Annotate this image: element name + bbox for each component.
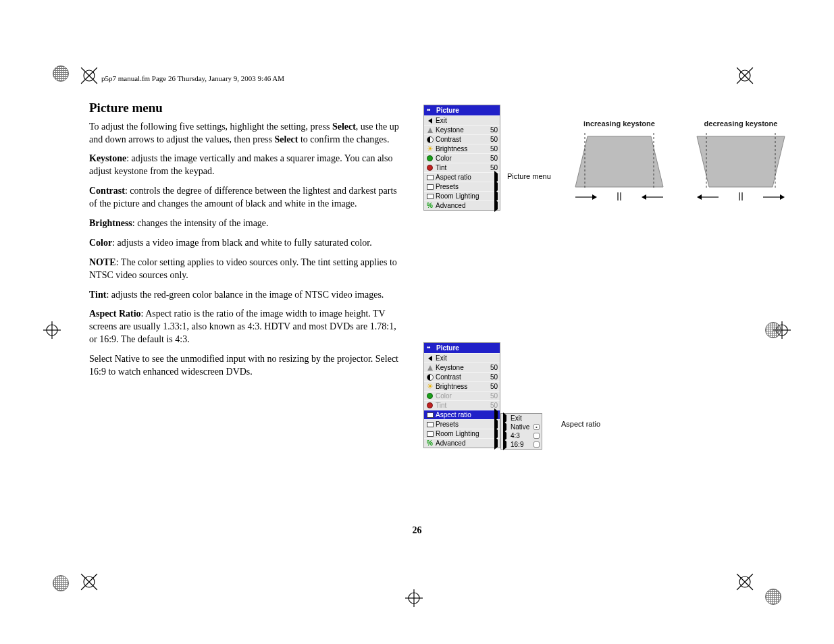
osd-menu-item[interactable]: ☀Brightness50 [424, 381, 500, 391]
submenu-label: Exit [511, 414, 540, 422]
radio-icon [533, 433, 540, 439]
svg-marker-15 [780, 194, 785, 200]
back-arrow-icon [426, 354, 434, 362]
osd-item-label: Advanced [436, 439, 484, 447]
submenu-label: 4:3 [511, 432, 531, 439]
osd-item-value: 50 [486, 126, 498, 134]
svg-marker-13 [697, 194, 702, 200]
picture-menu-osd: Picture ExitKeystone50Contrast50☀Brightn… [423, 105, 500, 211]
submenu-icon [426, 173, 434, 181]
osd-item-label: Keystone [436, 126, 484, 134]
submenu-icon [426, 430, 434, 437]
advanced-icon: % [426, 439, 434, 447]
osd-item-value: 50 [486, 136, 498, 143]
submenu-item[interactable]: 16:9 [501, 440, 542, 449]
submenu-icon [426, 192, 434, 200]
registration-mark-icon [43, 321, 61, 339]
chevron-right-icon [494, 199, 498, 212]
keystone-icon [426, 126, 434, 134]
osd-menu-item[interactable]: Contrast50 [424, 134, 500, 144]
osd-item-value: 50 [486, 373, 498, 381]
submenu-label: Native [511, 423, 531, 431]
binding-hole-icon [53, 575, 69, 591]
tint-icon [426, 402, 434, 409]
osd-item-label: Room Lighting [436, 192, 484, 200]
osd-item-value: 50 [486, 145, 498, 153]
osd-menu-item[interactable]: Keystone50 [424, 125, 500, 134]
osd-menu-item[interactable]: ☀Brightness50 [424, 144, 500, 153]
osd-item-value [486, 439, 498, 447]
osd-item-value: 50 [486, 155, 498, 162]
intro-paragraph: To adjust the following five settings, h… [89, 121, 403, 146]
osd-item-label: Aspect ratio [436, 411, 484, 419]
osd-menu-item[interactable]: Presets [424, 182, 500, 191]
submenu-item[interactable]: Native [501, 423, 542, 431]
back-arrow-icon [426, 117, 434, 124]
radio-icon [533, 424, 540, 430]
decreasing-keystone-figure: decreasing keystone [690, 119, 791, 206]
osd-menu-item[interactable]: Presets [424, 419, 500, 429]
binding-hole-icon [765, 589, 781, 605]
aspect-ratio-submenu: ExitNative4:316:9 [500, 413, 542, 450]
svg-marker-6 [642, 194, 646, 200]
osd-title: Picture [424, 105, 500, 115]
increasing-keystone-figure: increasing keystone [569, 119, 670, 206]
svg-marker-4 [592, 194, 597, 200]
osd-menu-item[interactable]: Room Lighting [424, 191, 500, 200]
contrast-icon [426, 136, 434, 143]
submenu-icon [426, 421, 434, 428]
osd-item-value: 50 [486, 392, 498, 400]
osd-item-value: 50 [486, 364, 498, 371]
osd-menu-item[interactable]: %Advanced [424, 438, 500, 448]
osd-menu-item[interactable]: Room Lighting [424, 429, 500, 438]
osd-menu-item[interactable]: Tint50 [424, 163, 500, 172]
osd-item-label: Color [436, 155, 484, 162]
aspect-ratio-caption: Aspect ratio [561, 420, 600, 428]
osd-menu-item[interactable]: Color50 [424, 391, 500, 400]
brightness-icon: ☀ [426, 145, 434, 153]
osd-menu-item[interactable]: Tint50 [424, 400, 500, 410]
svg-marker-0 [575, 136, 663, 187]
body-text-column: Picture menu To adjust the following fiv… [89, 99, 403, 385]
page-number: 26 [41, 525, 793, 536]
submenu-label: 16:9 [511, 441, 531, 448]
submenu-icon [426, 183, 434, 190]
svg-marker-9 [697, 136, 785, 187]
osd-menu-item[interactable]: %Advanced [424, 200, 500, 210]
tint-icon [426, 164, 434, 171]
osd-item-label: Tint [436, 164, 484, 171]
page-title: Picture menu [89, 99, 403, 117]
submenu-item[interactable]: Exit [501, 414, 542, 423]
osd-item-label: Presets [436, 421, 484, 428]
binding-hole-icon [765, 322, 781, 338]
chevron-right-icon [503, 439, 506, 450]
osd-menu-item[interactable]: Exit [424, 353, 500, 363]
osd-item-label: Contrast [436, 373, 484, 381]
osd-item-label: Color [436, 392, 484, 400]
osd-menu-item[interactable]: Keystone50 [424, 363, 500, 372]
osd-item-label: Exit [436, 117, 484, 124]
osd-menu-item[interactable]: Color50 [424, 153, 500, 163]
osd-menu-item[interactable]: Aspect ratio [424, 172, 500, 182]
osd-menu-item[interactable]: Exit [424, 115, 500, 125]
chevron-right-icon [494, 437, 498, 450]
registration-mark-icon [405, 589, 423, 607]
osd-item-label: Keystone [436, 364, 484, 371]
keystone-icon [426, 364, 434, 371]
osd-item-label: Exit [436, 354, 484, 362]
header-meta: p5p7 manual.fm Page 26 Thursday, January… [101, 74, 793, 82]
binding-hole-icon [53, 65, 69, 82]
osd-menu-item[interactable]: Contrast50 [424, 372, 500, 381]
osd-item-label: Contrast [436, 136, 484, 143]
advanced-icon: % [426, 202, 434, 209]
osd-menu-item[interactable]: Aspect ratio [424, 410, 500, 419]
submenu-item[interactable]: 4:3 [501, 431, 542, 440]
contrast-icon [426, 373, 434, 381]
osd-item-label: Presets [436, 183, 484, 190]
picture-menu-caption: Picture menu [507, 172, 551, 180]
osd-item-label: Aspect ratio [436, 173, 484, 181]
color-icon [426, 392, 434, 400]
osd-title: Picture [424, 343, 500, 353]
picture-menu-osd-aspect: Picture ExitKeystone50Contrast50☀Brightn… [423, 342, 500, 448]
radio-icon [533, 441, 540, 448]
